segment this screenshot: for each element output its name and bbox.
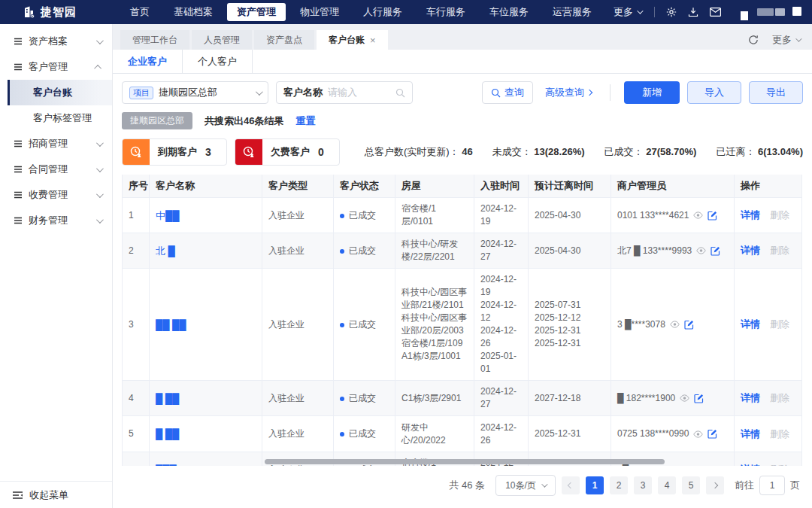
project-select[interactable]: 项目 捷顺园区总部 <box>122 81 268 104</box>
detail-link[interactable]: 详情 <box>741 464 760 466</box>
nav-item[interactable]: 车行服务 <box>417 3 475 21</box>
customer-name-input[interactable]: 客户名称 请输入 <box>276 81 413 104</box>
nav-item[interactable]: 物业管理 <box>290 3 349 21</box>
eye-icon[interactable] <box>670 321 680 328</box>
cell-houses: C1栋/3层/2901 <box>395 381 474 416</box>
delete-link[interactable]: 删除 <box>770 464 789 466</box>
edit-icon[interactable] <box>710 246 720 256</box>
table-row[interactable]: 3 ██ ██ 入驻企业 已成交 科技中心/园区事业部/21楼/2101科技中心… <box>123 269 802 381</box>
cell-customer-name[interactable]: ██ ██ <box>150 269 262 381</box>
sidebar-item[interactable]: 客户台账 <box>8 80 112 105</box>
page-number-button[interactable]: 2 <box>610 476 628 494</box>
refresh-icon[interactable] <box>748 35 759 45</box>
horizontal-scrollbar[interactable] <box>265 459 665 464</box>
add-button[interactable]: 新增 <box>624 81 680 104</box>
chevron-down-icon <box>637 8 643 14</box>
tabbar-more-button[interactable]: 更多 <box>772 33 800 47</box>
page-number-button[interactable]: 1 <box>586 476 604 494</box>
detail-link[interactable]: 详情 <box>741 392 760 403</box>
cell-customer-name[interactable]: █ ██ <box>150 416 262 452</box>
table-row[interactable]: 5 █ ██ 入驻企业 已成交 研发中心/20/2022 2024-12-26 … <box>123 416 802 452</box>
nav-more-button[interactable]: 更多 <box>614 5 641 19</box>
delete-link[interactable]: 删除 <box>770 245 789 256</box>
import-button[interactable]: 导入 <box>687 81 741 104</box>
page-number-button[interactable]: 3 <box>634 476 652 494</box>
workspace-tab[interactable]: 客户台账 × <box>317 30 388 50</box>
table-row[interactable]: 1 中██ 入驻企业 已成交 宿舍楼/1层/0101 2024-12-19 20… <box>123 198 802 233</box>
customer-type-tab[interactable]: 企业客户 <box>113 50 183 73</box>
nav-item[interactable]: 人行服务 <box>353 3 412 21</box>
search-icon <box>395 88 405 98</box>
sidebar-group[interactable]: 合同管理 <box>0 157 112 182</box>
page-number-button[interactable]: 4 <box>658 476 676 494</box>
building-logo-icon <box>21 5 36 20</box>
chevron-right-icon <box>712 482 718 488</box>
table-row[interactable]: 4 █ ██ 入驻企业 已成交 C1栋/3层/2901 2024-12-27 2… <box>123 381 802 416</box>
user-avatar[interactable] <box>732 5 746 19</box>
status-dot-icon <box>340 432 344 437</box>
edit-icon[interactable] <box>707 429 717 439</box>
cell-manager: 北7 █ 133****9993 <box>611 233 735 269</box>
tab-label: 客户台账 <box>329 34 365 47</box>
export-button[interactable]: 导出 <box>749 81 803 104</box>
sidebar-group[interactable]: 收费管理 <box>0 182 112 208</box>
collapse-menu-button[interactable]: 收起菜单 <box>0 481 112 508</box>
workspace-tab[interactable]: 管理工作台 <box>120 30 189 50</box>
download-icon[interactable] <box>688 7 698 17</box>
cell-houses: 宿舍楼/1层/0101 <box>395 198 474 233</box>
delete-link[interactable]: 删除 <box>770 318 789 330</box>
eye-icon[interactable] <box>696 247 706 254</box>
stats-row: 到期客户 3 欠费客户 0 总客户数(实时更新)： 46未成交： 13(28.2… <box>113 137 812 175</box>
sidebar-group[interactable]: 客户管理 <box>0 54 112 80</box>
gear-icon[interactable] <box>666 7 677 17</box>
detail-link[interactable]: 详情 <box>741 428 760 440</box>
reset-link[interactable]: 重置 <box>295 114 315 128</box>
page-size-select[interactable]: 10条/页 <box>495 475 556 496</box>
detail-link[interactable]: 详情 <box>741 318 760 330</box>
detail-link[interactable]: 详情 <box>741 245 760 256</box>
cell-customer-name[interactable]: 中██ <box>150 198 262 233</box>
sidebar-group[interactable]: 资产档案 <box>0 29 112 54</box>
column-header: 商户管理员 <box>611 175 735 198</box>
next-page-button[interactable] <box>706 476 724 494</box>
nav-item[interactable]: 资产管理 <box>227 3 286 21</box>
cell-customer-name[interactable]: 北 █ <box>150 233 262 269</box>
eye-icon[interactable] <box>693 211 703 219</box>
goto-page-input[interactable] <box>759 476 785 495</box>
nav-item[interactable]: 运营服务 <box>543 3 601 21</box>
delete-link[interactable]: 删除 <box>770 209 789 221</box>
edit-icon[interactable] <box>699 465 709 467</box>
nav-item[interactable]: 首页 <box>120 3 159 21</box>
page-number-button[interactable]: 5 <box>682 476 700 494</box>
close-tab-icon[interactable]: × <box>370 35 376 46</box>
sidebar-group[interactable]: 招商管理 <box>0 131 112 157</box>
sidebar-item[interactable]: 客户标签管理 <box>8 105 112 131</box>
nav-item[interactable]: 基础档案 <box>164 3 223 21</box>
customer-type-tab[interactable]: 个人客户 <box>183 50 253 73</box>
app-logo[interactable]: 捷智园 <box>21 5 77 20</box>
delete-link[interactable]: 删除 <box>770 392 789 403</box>
cell-customer-name[interactable]: █ ██ <box>150 381 262 416</box>
delete-link[interactable]: 删除 <box>770 428 789 440</box>
stat-card[interactable]: 到期客户 3 <box>122 138 227 166</box>
nav-item[interactable]: 车位服务 <box>480 3 538 21</box>
mail-icon[interactable] <box>710 8 721 17</box>
project-filter-tag[interactable]: 捷顺园区总部 <box>122 112 192 129</box>
stat-card[interactable]: 欠费客户 0 <box>235 138 340 166</box>
workspace-tab[interactable]: 资产盘点 <box>254 30 314 50</box>
prev-page-button[interactable] <box>562 476 580 494</box>
table-row[interactable]: 2 北 █ 入驻企业 已成交 科技中心/研发楼/22层/2201 2024-12… <box>123 233 802 269</box>
sidebar-group[interactable]: 财务管理 <box>0 208 112 233</box>
query-button[interactable]: 查询 <box>482 81 533 104</box>
eye-icon[interactable] <box>693 430 703 438</box>
detail-link[interactable]: 详情 <box>741 209 760 221</box>
cell-customer-name[interactable]: ███ <box>150 452 262 467</box>
cell-customer-type: 入驻企业 <box>262 269 334 381</box>
edit-icon[interactable] <box>684 320 694 330</box>
eye-icon[interactable] <box>680 394 689 402</box>
edit-icon[interactable] <box>694 394 704 403</box>
advanced-query-link[interactable]: 高级查询 <box>545 86 592 99</box>
pagination: 共 46 条 10条/页 12345 前往 页 <box>113 475 812 496</box>
edit-icon[interactable] <box>707 211 717 221</box>
workspace-tab[interactable]: 人员管理 <box>192 30 252 50</box>
